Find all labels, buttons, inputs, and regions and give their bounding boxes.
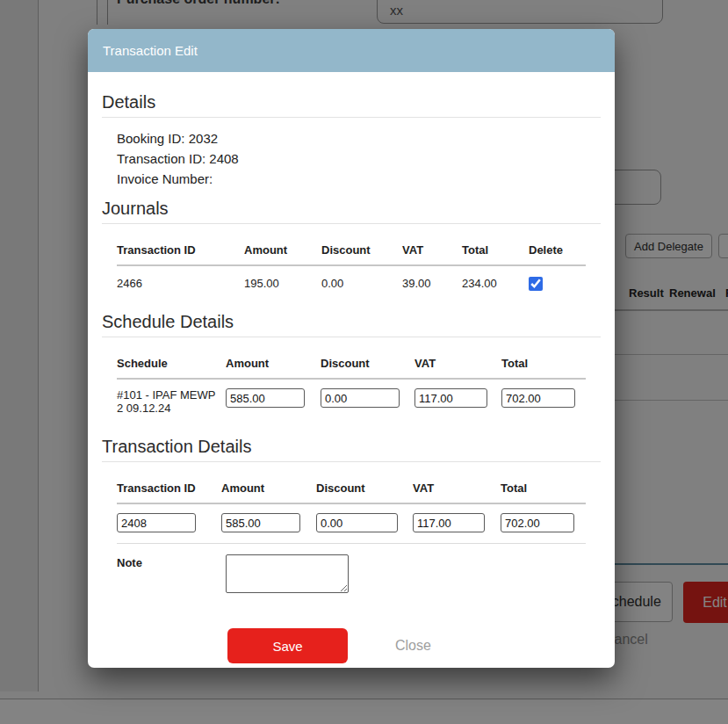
transaction-header-row: Transaction ID Amount Discount VAT Total bbox=[117, 462, 586, 503]
modal-title: Transaction Edit bbox=[103, 43, 198, 58]
journals-col-delete: Delete bbox=[529, 224, 586, 265]
journals-col-transaction-id: Transaction ID bbox=[117, 224, 244, 265]
journal-row: 2466 195.00 0.00 39.00 234.00 bbox=[117, 265, 586, 300]
transaction-col-discount: Discount bbox=[316, 462, 413, 503]
journal-total: 234.00 bbox=[462, 265, 529, 300]
schedule-col-vat: VAT bbox=[414, 337, 501, 379]
delete-journal-checkbox[interactable] bbox=[529, 277, 543, 291]
modal-header: Transaction Edit bbox=[88, 29, 615, 72]
transaction-table: Transaction ID Amount Discount VAT Total bbox=[117, 462, 586, 543]
schedule-vat-input[interactable] bbox=[414, 388, 487, 408]
transaction-col-total: Total bbox=[501, 462, 586, 503]
details-heading: Details bbox=[102, 91, 601, 118]
transaction-input-row bbox=[117, 503, 586, 543]
details-block: Booking ID: 2032 Transaction ID: 2408 In… bbox=[117, 128, 586, 189]
journals-table: Transaction ID Amount Discount VAT Total… bbox=[117, 224, 586, 300]
transaction-vat-input[interactable] bbox=[413, 513, 485, 532]
schedule-col-amount: Amount bbox=[226, 337, 321, 379]
journal-discount: 0.00 bbox=[321, 265, 402, 300]
invoice-number-text: Invoice Number: bbox=[117, 169, 586, 189]
schedule-amount-input[interactable] bbox=[226, 388, 305, 408]
transaction-discount-input[interactable] bbox=[316, 513, 398, 532]
note-label: Note bbox=[117, 554, 226, 593]
note-textarea[interactable] bbox=[226, 554, 349, 593]
schedule-header-row: Schedule Amount Discount VAT Total bbox=[117, 337, 586, 379]
booking-id-text: Booking ID: 2032 bbox=[117, 128, 586, 148]
transaction-details-heading: Transaction Details bbox=[102, 436, 601, 462]
transaction-edit-modal: Transaction Edit Details Booking ID: 203… bbox=[88, 29, 615, 668]
journals-header-row: Transaction ID Amount Discount VAT Total… bbox=[117, 224, 586, 265]
transaction-col-transaction-id: Transaction ID bbox=[117, 462, 221, 503]
note-row: Note bbox=[117, 543, 586, 593]
journal-amount: 195.00 bbox=[244, 265, 321, 300]
journal-vat: 39.00 bbox=[402, 265, 462, 300]
transaction-amount-input[interactable] bbox=[221, 513, 300, 532]
journals-heading: Journals bbox=[102, 198, 601, 224]
schedule-col-schedule: Schedule bbox=[117, 337, 226, 379]
journals-col-amount: Amount bbox=[244, 224, 321, 265]
save-button[interactable]: Save bbox=[227, 628, 348, 663]
schedule-col-total: Total bbox=[501, 337, 586, 379]
journals-col-discount: Discount bbox=[321, 224, 402, 265]
modal-body: Details Booking ID: 2032 Transaction ID:… bbox=[88, 91, 615, 663]
close-button[interactable]: Close bbox=[395, 638, 431, 654]
transaction-col-vat: VAT bbox=[413, 462, 501, 503]
modal-button-row: Save Close bbox=[227, 628, 601, 663]
journals-col-total: Total bbox=[462, 224, 529, 265]
schedule-row: #101 - IPAF MEWP 2 09.12.24 bbox=[117, 379, 586, 425]
transaction-id-text: Transaction ID: 2408 bbox=[117, 148, 586, 169]
transaction-col-amount: Amount bbox=[221, 462, 316, 503]
schedule-total-input[interactable] bbox=[501, 388, 575, 408]
journal-transaction-id: 2466 bbox=[117, 265, 244, 300]
schedule-discount-input[interactable] bbox=[321, 388, 400, 408]
schedule-table: Schedule Amount Discount VAT Total #101 … bbox=[117, 337, 586, 425]
schedule-name: #101 - IPAF MEWP 2 09.12.24 bbox=[117, 379, 226, 425]
journals-col-vat: VAT bbox=[402, 224, 462, 265]
schedule-details-heading: Schedule Details bbox=[102, 311, 601, 337]
transaction-id-input[interactable] bbox=[117, 513, 196, 532]
schedule-col-discount: Discount bbox=[321, 337, 414, 379]
transaction-total-input[interactable] bbox=[501, 513, 574, 532]
